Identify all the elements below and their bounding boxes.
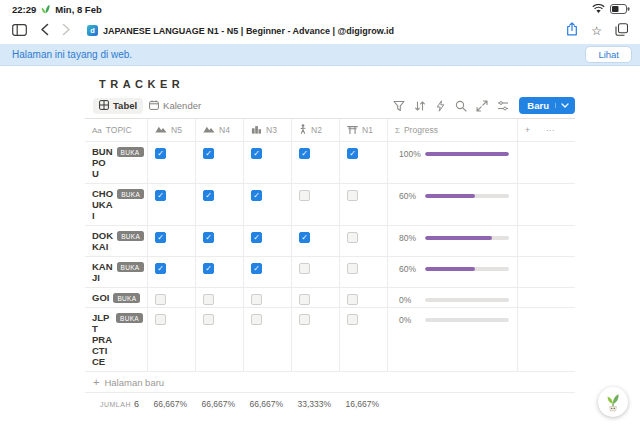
browser-page-title: JAPANESE LANGUAGE N1 - N5 | Beginner - A… bbox=[103, 26, 394, 36]
footer-n2-percent[interactable]: 33,333% bbox=[292, 393, 340, 409]
view-site-button[interactable]: Lihat bbox=[585, 46, 632, 63]
sidebar-toggle-icon[interactable] bbox=[12, 22, 27, 40]
browser-toolbar: d JAPANESE LANGUAGE N1 - N5 | Beginner -… bbox=[0, 17, 640, 44]
add-column-button[interactable]: + bbox=[525, 125, 530, 135]
notion-page: TRACKER Tabel Kalender Baru AaTOPIC N5 N… bbox=[85, 66, 575, 409]
table-row: JLP T PRA CTI CEBUKA 0% bbox=[85, 308, 575, 372]
checkbox-n2[interactable] bbox=[299, 314, 310, 325]
row-title[interactable]: KAN JI bbox=[92, 261, 113, 283]
checkbox-n5[interactable] bbox=[155, 190, 166, 201]
checkbox-n5[interactable] bbox=[155, 314, 166, 325]
back-icon[interactable] bbox=[40, 22, 49, 40]
checkbox-n4[interactable] bbox=[203, 190, 214, 201]
column-header-n5[interactable]: N5 bbox=[148, 119, 196, 142]
progress-percent: 60% bbox=[399, 191, 425, 201]
column-header-n4[interactable]: N4 bbox=[196, 119, 244, 142]
table-footer: JUMLAH6 66,667% 66,667% 66,667% 33,333% … bbox=[85, 393, 575, 409]
table-options-button[interactable]: ··· bbox=[546, 125, 555, 135]
lightning-icon[interactable] bbox=[435, 100, 446, 112]
mountain-icon bbox=[155, 125, 167, 135]
checkbox-n2[interactable] bbox=[299, 148, 310, 159]
column-header-topic[interactable]: AaTOPIC bbox=[85, 119, 148, 142]
open-page-button[interactable]: BUKA bbox=[113, 293, 140, 303]
checkbox-n5[interactable] bbox=[155, 263, 166, 274]
progress-bar bbox=[425, 236, 509, 240]
tab-tabel[interactable]: Tabel bbox=[93, 98, 143, 114]
checkbox-n2[interactable] bbox=[299, 190, 310, 201]
checkbox-n3[interactable] bbox=[251, 294, 262, 305]
row-title[interactable]: CHO UKA I bbox=[92, 188, 113, 221]
plus-icon: + bbox=[93, 376, 99, 388]
tabs-icon[interactable] bbox=[615, 22, 628, 40]
column-header-progress[interactable]: ΣProgress bbox=[388, 119, 518, 142]
open-page-button[interactable]: BUKA bbox=[117, 262, 144, 272]
forward-icon[interactable] bbox=[62, 22, 71, 40]
tab-kalender[interactable]: Kalender bbox=[143, 98, 207, 114]
checkbox-n2[interactable] bbox=[299, 294, 310, 305]
checkbox-n2[interactable] bbox=[299, 263, 310, 274]
text-property-icon: Aa bbox=[92, 126, 102, 135]
checkbox-n3[interactable] bbox=[251, 148, 262, 159]
plant-badge[interactable] bbox=[598, 387, 628, 417]
checkbox-n1[interactable] bbox=[347, 294, 358, 305]
progress-percent: 0% bbox=[399, 315, 425, 325]
checkbox-n1[interactable] bbox=[347, 314, 358, 325]
checkbox-n2[interactable] bbox=[299, 232, 310, 243]
settings-sliders-icon[interactable] bbox=[497, 100, 509, 112]
calendar-icon bbox=[149, 100, 159, 112]
page-title: TRACKER bbox=[99, 78, 575, 90]
checkbox-n3[interactable] bbox=[251, 190, 262, 201]
footer-progress[interactable] bbox=[388, 393, 518, 409]
checkbox-n5[interactable] bbox=[155, 232, 166, 243]
footer-n5-percent[interactable]: 66,667% bbox=[148, 393, 196, 409]
column-header-n3[interactable]: N3 bbox=[244, 119, 292, 142]
new-item-button[interactable]: Baru bbox=[519, 97, 575, 114]
progress-bar bbox=[425, 267, 509, 271]
checkbox-n4[interactable] bbox=[203, 314, 214, 325]
table-row: BUN PO UBUKA 100% bbox=[85, 142, 575, 184]
expand-icon[interactable] bbox=[476, 100, 488, 112]
checkbox-n4[interactable] bbox=[203, 148, 214, 159]
wifi-icon bbox=[592, 4, 605, 16]
footer-n1-percent[interactable]: 16,667% bbox=[340, 393, 388, 409]
checkbox-n3[interactable] bbox=[251, 314, 262, 325]
filter-icon[interactable] bbox=[393, 100, 405, 112]
add-row-button[interactable]: + Halaman baru bbox=[85, 372, 575, 393]
mountain-icon bbox=[203, 125, 215, 135]
open-page-button[interactable]: BUKA bbox=[116, 313, 143, 323]
checkbox-n3[interactable] bbox=[251, 232, 262, 243]
checkbox-n5[interactable] bbox=[155, 294, 166, 305]
search-icon[interactable] bbox=[455, 100, 467, 112]
row-title[interactable]: GOI bbox=[92, 292, 109, 303]
share-icon[interactable] bbox=[566, 22, 578, 40]
address-bar[interactable]: d JAPANESE LANGUAGE N1 - N5 | Beginner -… bbox=[87, 25, 394, 36]
checkbox-n4[interactable] bbox=[203, 294, 214, 305]
footer-n3-percent[interactable]: 66,667% bbox=[244, 393, 292, 409]
progress-percent: 80% bbox=[399, 233, 425, 243]
checkbox-n1[interactable] bbox=[347, 232, 358, 243]
checkbox-n4[interactable] bbox=[203, 263, 214, 274]
open-page-button[interactable]: BUKA bbox=[117, 189, 144, 199]
checkbox-n1[interactable] bbox=[347, 190, 358, 201]
plant-icon bbox=[602, 391, 624, 413]
table-view-icon bbox=[99, 100, 109, 112]
row-title[interactable]: JLP T PRA CTI CE bbox=[92, 312, 112, 367]
walker-icon bbox=[299, 124, 307, 136]
checkbox-n3[interactable] bbox=[251, 263, 262, 274]
checkbox-n1[interactable] bbox=[347, 263, 358, 274]
footer-n4-percent[interactable]: 66,667% bbox=[196, 393, 244, 409]
row-title[interactable]: BUN PO U bbox=[92, 146, 113, 179]
row-title[interactable]: DOK KAI bbox=[92, 230, 113, 252]
checkbox-n1[interactable] bbox=[347, 148, 358, 159]
column-header-n1[interactable]: N1 bbox=[340, 119, 388, 142]
view-bar: Tabel Kalender Baru bbox=[85, 97, 575, 118]
column-header-n2[interactable]: N2 bbox=[292, 119, 340, 142]
checkbox-n4[interactable] bbox=[203, 232, 214, 243]
open-page-button[interactable]: BUKA bbox=[117, 231, 144, 241]
sort-icon[interactable] bbox=[414, 100, 426, 112]
bookmark-star-icon[interactable]: ☆ bbox=[591, 25, 602, 37]
footer-count[interactable]: JUMLAH6 bbox=[85, 393, 148, 409]
open-page-button[interactable]: BUKA bbox=[117, 147, 144, 157]
chevron-down-icon[interactable] bbox=[555, 103, 569, 108]
checkbox-n5[interactable] bbox=[155, 148, 166, 159]
